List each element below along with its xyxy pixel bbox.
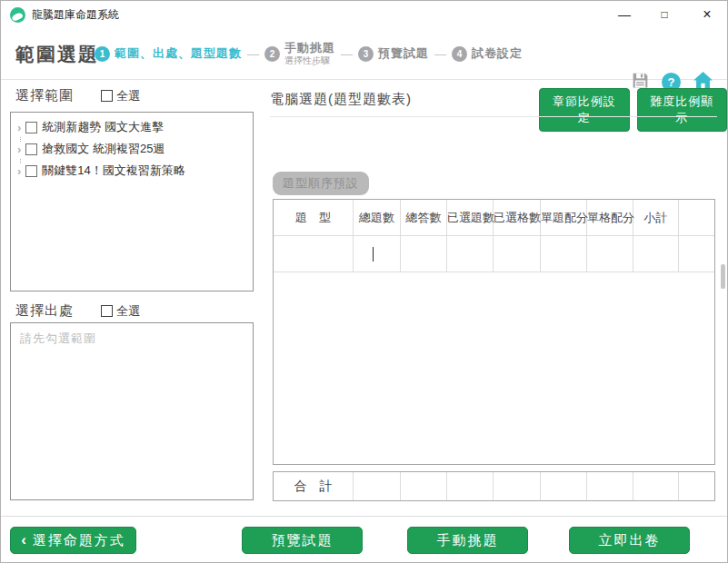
col-selected-questions: 已選題數 xyxy=(447,200,494,236)
tree-item-book-3[interactable]: › 關鍵雙14！國文複習新策略 xyxy=(11,160,253,182)
cell-subtotal[interactable] xyxy=(633,236,679,272)
step-4-paper-settings[interactable]: 4 試卷設定 xyxy=(452,45,523,62)
step-dash: — xyxy=(247,47,259,61)
wizard-steps: 1 範圍、出處、題型題數 — 2 手動挑題 選擇性步驟 — 3 預覽試題 — 4… xyxy=(95,28,523,79)
generate-exam-button[interactable]: 立即出卷 xyxy=(569,527,690,554)
difficulty-ratio-button[interactable]: 難度比例顯示 xyxy=(637,88,728,132)
tree-item-book-2[interactable]: › 搶救國文 統測複習25週 xyxy=(11,138,253,160)
source-select-all[interactable]: 全選 xyxy=(101,303,140,320)
vertical-scrollbar-thumb[interactable] xyxy=(721,264,725,289)
step-3-badge: 3 xyxy=(358,46,374,62)
step-4-badge: 4 xyxy=(452,46,467,62)
title-bar: 龍騰題庫命題系統 — □ × xyxy=(1,1,727,28)
main-panel-divider xyxy=(270,116,717,117)
chevron-right-icon[interactable]: › xyxy=(17,122,21,133)
tree-item-3-checkbox[interactable] xyxy=(25,165,37,177)
range-select-all-checkbox[interactable] xyxy=(101,90,113,102)
totals-row: 合 計 xyxy=(273,471,715,501)
type-order-preset-button[interactable]: 題型順序預設 xyxy=(273,172,369,195)
totals-points-per-blank xyxy=(587,472,633,502)
preview-exam-button[interactable]: 預覽試題 xyxy=(242,527,363,554)
step-dash: — xyxy=(341,47,353,61)
totals-subtotal xyxy=(633,472,679,502)
col-total-questions: 總題數 xyxy=(354,200,401,236)
col-points-per-blank: 單格配分 xyxy=(587,200,633,236)
step-1-label: 範圍、出處、題型題數 xyxy=(115,45,242,62)
chapter-ratio-button[interactable]: 章節比例設定 xyxy=(539,88,630,132)
col-subtotal: 小計 xyxy=(633,200,679,236)
app-logo-icon xyxy=(10,7,25,23)
step-3-preview[interactable]: 3 預覽試題 xyxy=(358,45,429,62)
tree-item-1-label: 統測新趨勢 國文大進擊 xyxy=(42,119,164,135)
app-window: { "window": { "title": "龍騰題庫命題系統", "cont… xyxy=(0,0,728,563)
tree-item-book-1[interactable]: › 統測新趨勢 國文大進擊 xyxy=(11,116,253,138)
tree-item-2-label: 搶救國文 統測複習25週 xyxy=(42,141,165,157)
step-2-manual-pick[interactable]: 2 手動挑題 選擇性步驟 xyxy=(264,41,335,67)
maximize-button[interactable]: □ xyxy=(648,1,681,28)
step-4-label: 試卷設定 xyxy=(472,45,523,62)
back-to-method-button[interactable]: ‹ 選擇命題方式 xyxy=(10,527,136,554)
manual-pick-button[interactable]: 手動挑題 xyxy=(407,527,528,554)
minimize-button[interactable]: — xyxy=(608,1,641,28)
source-select-all-label: 全選 xyxy=(116,303,140,320)
step-dash: — xyxy=(434,47,446,61)
close-button[interactable]: × xyxy=(691,1,723,28)
text-caret xyxy=(373,247,374,262)
main-panel-buttons: 章節比例設定 難度比例顯示 xyxy=(539,88,727,132)
footer-divider xyxy=(1,516,727,517)
range-panel-title: 選擇範圍 xyxy=(15,87,74,104)
main-panel-title: 電腦選題(題型題數表) xyxy=(270,91,412,108)
cell-selected-questions[interactable] xyxy=(447,236,494,272)
cell-total-answers[interactable] xyxy=(401,236,447,272)
totals-total-answers xyxy=(401,472,447,502)
source-select-all-checkbox[interactable] xyxy=(101,305,113,317)
cell-points-per-question[interactable] xyxy=(541,236,587,272)
step-2-label: 手動挑題 xyxy=(284,41,335,55)
step-1-badge: 1 xyxy=(95,46,110,62)
tree-item-2-checkbox[interactable] xyxy=(25,143,37,155)
cell-extra xyxy=(679,236,715,272)
totals-total-questions xyxy=(354,472,401,502)
cell-question-type[interactable] xyxy=(274,236,354,272)
col-selected-blanks: 已選格數 xyxy=(494,200,541,236)
source-panel-title: 選擇出處 xyxy=(15,302,74,320)
step-1-range[interactable]: 1 範圍、出處、題型題數 xyxy=(95,45,242,62)
cell-points-per-blank[interactable] xyxy=(587,236,633,272)
source-placeholder: 請先勾選範圍 xyxy=(11,323,253,354)
totals-points-per-question xyxy=(541,472,587,502)
step-2-badge: 2 xyxy=(264,46,280,62)
back-to-method-label: 選擇命題方式 xyxy=(33,532,125,549)
totals-extra xyxy=(679,472,715,502)
tree-item-3-label: 關鍵雙14！國文複習新策略 xyxy=(42,163,184,179)
totals-selected-questions xyxy=(447,472,494,502)
range-tree: › 統測新趨勢 國文大進擊 › 搶救國文 統測複習25週 › 關鍵雙14！國文複… xyxy=(10,112,254,291)
source-panel-header: 選擇出處 全選 xyxy=(15,302,246,320)
page-title: 範圍選題 xyxy=(15,42,99,67)
cell-selected-blanks[interactable] xyxy=(494,236,541,272)
totals-label: 合 計 xyxy=(274,472,354,502)
chevron-right-icon[interactable]: › xyxy=(17,143,21,155)
range-select-all-label: 全選 xyxy=(116,88,140,104)
chevron-left-icon: ‹ xyxy=(21,532,28,548)
range-panel-header: 選擇範圍 全選 xyxy=(15,87,246,104)
col-points-per-question: 單題配分 xyxy=(541,200,587,236)
tree-item-1-checkbox[interactable] xyxy=(25,122,37,133)
col-extra xyxy=(679,200,715,236)
step-3-label: 預覽試題 xyxy=(378,45,429,62)
question-type-table: 題 型 總題數 總答數 已選題數 已選格數 單題配分 單格配分 小計 xyxy=(273,199,715,465)
step-2-sublabel: 選擇性步驟 xyxy=(284,55,335,67)
source-list: 請先勾選範圍 xyxy=(10,322,254,500)
chevron-right-icon[interactable]: › xyxy=(17,165,21,177)
col-total-answers: 總答數 xyxy=(401,200,447,236)
app-title: 龍騰題庫命題系統 xyxy=(32,1,119,28)
cell-total-questions[interactable] xyxy=(354,236,401,272)
range-select-all[interactable]: 全選 xyxy=(101,88,140,104)
page-header: 範圍選題 1 範圍、出處、題型題數 — 2 手動挑題 選擇性步驟 — 3 預覽試… xyxy=(1,28,727,80)
table-header-row: 題 型 總題數 總答數 已選題數 已選格數 單題配分 單格配分 小計 xyxy=(274,200,715,236)
col-question-type: 題 型 xyxy=(274,200,354,236)
totals-selected-blanks xyxy=(494,472,541,502)
table-row xyxy=(274,236,715,272)
